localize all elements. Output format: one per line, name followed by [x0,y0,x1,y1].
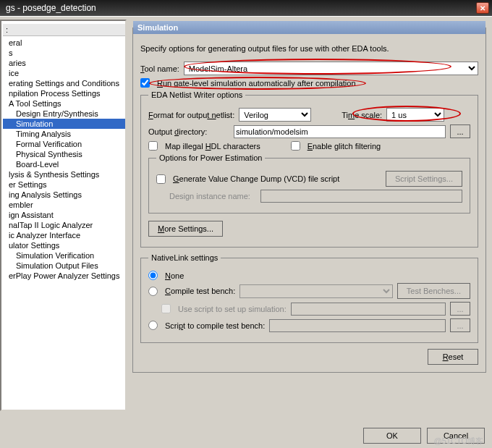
nativelink-none-radio[interactable] [148,271,158,280]
script-compile-input [269,319,446,332]
tool-name-label: Tool name: [140,64,179,73]
simulation-group: Simulation Specify options for generatin… [132,21,486,373]
power-legend: Options for Power Estimation [156,153,265,162]
compile-testbench-select [239,284,393,298]
script-compile-label: Script to compile test bench: [165,321,265,330]
tree-item[interactable]: erPlay Power Analyzer Settings [3,271,125,281]
output-dir-input[interactable] [234,125,446,138]
nativelink-group: NativeLink settings None Compile test be… [140,253,478,343]
panel-title: Simulation [133,21,485,34]
reset-button[interactable]: Reset [428,349,478,365]
script-settings-button: Script Settings... [386,171,462,187]
tree-item[interactable]: aries [3,58,125,68]
tree-item[interactable]: nalTap II Logic Analyzer [3,220,125,230]
dialog-body: : eralsariesiceerating Settings and Cond… [0,16,492,414]
close-icon[interactable]: ✕ [476,2,489,14]
tree-item[interactable]: npilation Process Settings [3,88,125,98]
design-instance-label: Design instance name: [169,192,256,200]
window-title: gs - posedge_detection [3,3,476,13]
category-tree[interactable]: : eralsariesiceerating Settings and Cond… [0,20,127,411]
tree-item[interactable]: ice [3,68,125,78]
use-script-checkbox [161,304,171,313]
map-hdl-checkbox[interactable] [148,141,158,151]
format-label: Format for output netlist: [148,111,234,119]
watermark: @51CTO博客 [434,436,483,447]
tree-item[interactable]: Formal Verification [3,139,125,149]
power-estimation-group: Options for Power Estimation Generate Va… [148,153,470,214]
tree-item[interactable]: A Tool Settings [3,98,125,109]
design-instance-input [260,190,462,203]
tree-item[interactable]: ulator Settings [3,240,125,250]
tree-item[interactable]: lysis & Synthesis Settings [3,169,125,179]
netlist-legend: EDA Netlist Writer options [148,90,245,99]
tree-item[interactable]: s [3,48,125,58]
format-select[interactable]: Verilog [239,108,311,122]
script-compile-browse-button: ... [450,318,470,332]
tool-name-select[interactable]: ModelSim-Altera [184,62,478,75]
script-compile-radio[interactable] [148,321,158,330]
timescale-select[interactable]: 1 us [386,108,444,122]
tree-item[interactable]: erating Settings and Conditions [3,78,125,88]
use-script-label: Use script to set up simulation: [178,305,287,313]
netlist-writer-group: EDA Netlist Writer options Format for ou… [140,90,478,248]
tree-item[interactable]: Simulation Output Files [3,261,125,271]
glitch-checkbox[interactable] [291,141,300,151]
glitch-label: Enable glitch filtering [308,142,381,151]
nativelink-legend: NativeLink settings [148,253,221,262]
compile-testbench-radio[interactable] [148,287,158,296]
tree-item[interactable]: Timing Analysis [3,129,125,139]
tree-item[interactable]: er Settings [3,179,125,190]
settings-panel: Simulation Specify options for generatin… [128,17,492,414]
tree-item[interactable]: ing Analysis Settings [3,190,125,200]
tree-header: : [3,24,125,36]
output-dir-label: Output directory: [148,127,229,136]
use-script-input [291,303,446,316]
ok-button[interactable]: OK [363,428,421,444]
use-script-browse-button: ... [450,302,470,316]
panel-intro: Specify options for generating output fi… [140,44,478,53]
tree-item[interactable]: embler [3,200,125,210]
tree-item[interactable]: Simulation [3,119,125,129]
browse-button[interactable]: ... [450,124,470,138]
tree-item[interactable]: ign Assistant [3,210,125,220]
vcd-label: Generate Value Change Dump (VCD) file sc… [173,174,339,183]
run-gate-level-checkbox[interactable] [140,78,150,88]
tree-item[interactable]: Board-Level [3,159,125,169]
test-benches-button: Test Benches... [397,283,470,299]
tree-item[interactable]: ic Analyzer Interface [3,230,125,240]
tree-item[interactable]: Simulation Verification [3,250,125,261]
map-hdl-label: Map illegal HDL characters [165,142,260,151]
compile-testbench-label: Compile test bench: [165,287,235,295]
vcd-checkbox[interactable] [156,174,166,184]
more-settings-button[interactable]: More Settings... [148,221,223,237]
timescale-label: Time scale: [342,111,382,119]
tree-item[interactable]: Physical Synthesis [3,149,125,159]
titlebar: gs - posedge_detection ✕ [0,0,492,16]
tree-item[interactable]: Design Entry/Synthesis [3,109,125,119]
tree-item[interactable]: eral [3,38,125,48]
nativelink-none-label: None [165,271,184,280]
run-gate-level-label: Run gate-level simulation automatically … [157,79,356,88]
